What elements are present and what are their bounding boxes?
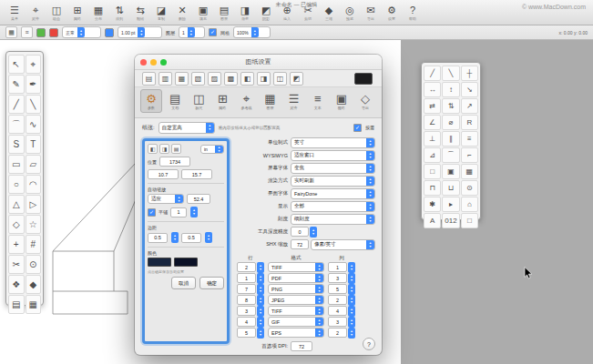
toolbar-button[interactable]: ☰ 菜单 [5, 5, 24, 21]
drawing-tool-button[interactable]: ❖ [8, 275, 25, 294]
grid-format-popup[interactable]: PDF [268, 273, 324, 283]
dimension-tool-button[interactable]: ∥ [442, 131, 459, 147]
grid-format-popup[interactable]: TIFF [268, 306, 324, 316]
toolbar-button[interactable]: ◩ 阴影 [257, 5, 275, 21]
toolbar-button[interactable]: ▦ 分布 [89, 5, 107, 21]
grid-right-field[interactable]: 3 [328, 317, 347, 327]
position-field[interactable]: 1734 [159, 157, 190, 167]
grid-format-popup[interactable]: EPS [268, 328, 324, 338]
drawing-tool-button[interactable]: △ [8, 195, 25, 214]
dimension-tool-button[interactable]: ↗ [461, 98, 478, 114]
dialog-tab[interactable]: ▤ 文档 [164, 89, 186, 113]
grid-left-field[interactable]: 7 [237, 284, 256, 294]
tool-depth-stepper[interactable] [310, 227, 317, 238]
shx-field[interactable]: 72 [291, 239, 309, 249]
style-popup[interactable]: 正常 [62, 26, 101, 38]
minitool-button[interactable]: ◩ [290, 72, 303, 86]
grid-left-stepper[interactable] [257, 306, 264, 317]
dialog-tab[interactable]: ◇ 导出 [354, 89, 376, 113]
margin-side-field[interactable]: 0.5 [181, 233, 201, 243]
dimension-tool-button[interactable]: ⊓ [424, 180, 441, 196]
grid-right-field[interactable]: 2 [328, 295, 347, 305]
drawing-tool-button[interactable]: ▦ [26, 295, 42, 314]
dimension-tool-button[interactable]: □ [461, 213, 478, 228]
drawing-tool-button[interactable]: ✂ [8, 255, 25, 274]
drawing-tool-button[interactable]: ◇ [8, 215, 25, 234]
fill-color-chip[interactable] [105, 28, 114, 37]
drawing-tool-button[interactable]: ▱ [26, 155, 42, 174]
dimension-tool-button[interactable]: □ [424, 164, 441, 179]
grid-right-stepper[interactable] [348, 306, 355, 317]
drawing-tool-button[interactable]: ╲ [26, 95, 42, 114]
height-field[interactable]: 15.7 [181, 169, 212, 179]
dimension-tool-button[interactable]: ⌀ [442, 115, 459, 130]
zoom-button[interactable] [160, 59, 167, 66]
minitool-button[interactable]: ◧ [240, 72, 254, 86]
inspector-preview-panel[interactable]: ◧ ◨ ▤ in 位置 1734 10.7 15.7 自动缩放 [142, 138, 230, 344]
drawing-tool-button[interactable]: ▭ [8, 155, 25, 174]
dialog-tab[interactable]: ⊞ 网格 [211, 89, 233, 113]
drawing-tool-button[interactable]: ○ [8, 175, 25, 194]
dialog-tab[interactable]: ▣ 栅格 [331, 89, 353, 113]
toolbar-button[interactable]: ⚙ 设置 [383, 5, 401, 21]
grid-right-stepper[interactable] [348, 262, 355, 273]
grid-right-stepper[interactable] [348, 273, 355, 284]
drawing-tool-button[interactable]: ╱ [8, 95, 25, 114]
grid-left-field[interactable]: 3 [237, 306, 256, 316]
cancel-button[interactable]: 取消 [171, 277, 196, 289]
drawing-tool-button[interactable]: ✒ [26, 75, 42, 94]
dpi-field[interactable]: 72 [291, 341, 312, 351]
dialog-tab[interactable]: ≡ 文本 [307, 89, 329, 113]
drawing-tool-button[interactable]: ⊙ [26, 255, 42, 274]
toolbar-button[interactable]: ▣ 填充 [194, 5, 212, 21]
dimension-tool-button[interactable]: ≡ [461, 131, 478, 147]
dimension-tool-button[interactable]: ⇅ [442, 98, 459, 114]
margin-side-stepper[interactable] [205, 232, 212, 243]
toolbar-button[interactable]: ▤ 图层 [215, 5, 233, 21]
grid-format-popup[interactable]: PNG [268, 284, 324, 294]
grid-format-popup[interactable]: JPEG [268, 295, 324, 305]
close-button[interactable] [140, 59, 147, 66]
minitool-button[interactable]: ▧ [191, 72, 205, 86]
grid-left-stepper[interactable] [257, 284, 264, 295]
grid-left-field[interactable]: 5 [237, 328, 256, 338]
tool-depth-field[interactable]: 0 [291, 227, 309, 237]
drawing-tool-button[interactable]: T [26, 135, 42, 154]
toolbar-button[interactable]: ? 帮助 [404, 5, 422, 21]
settings-popup[interactable]: FairyDone [291, 188, 375, 199]
grid-right-stepper[interactable] [348, 295, 355, 306]
toolbar-button[interactable]: ◨ 渐变 [236, 5, 254, 21]
grid-left-stepper[interactable] [257, 262, 264, 273]
paper-size-popup[interactable]: 自定宽高 [158, 122, 215, 134]
dimension-tool-button[interactable]: ⌐ [461, 147, 478, 163]
toolbar-button[interactable]: ◎ 预览 [341, 5, 359, 21]
grid-left-stepper[interactable] [257, 273, 264, 284]
minitool-button[interactable]: ▨ [208, 72, 221, 86]
toolbar-button[interactable]: ✕ 删除 [173, 5, 191, 21]
width-field[interactable]: 10.7 [148, 169, 179, 179]
grid-right-field[interactable]: 3 [328, 273, 347, 283]
warning-color-chip[interactable] [49, 28, 58, 37]
drawing-tool-button[interactable]: + [8, 235, 25, 254]
grid-right-field[interactable]: 1 [328, 262, 347, 272]
dimension-tool-button[interactable]: ▦ [461, 164, 478, 179]
dimension-tool-button[interactable]: R [461, 115, 478, 130]
minitool-button[interactable]: ▥ [158, 72, 172, 86]
grid-checkbox[interactable] [209, 28, 217, 36]
drawing-tool-button[interactable]: ▷ [26, 195, 42, 214]
dimension-tool-button[interactable]: ╲ [442, 66, 459, 81]
dimension-tool-button[interactable]: ╱ [424, 66, 441, 81]
preview-tool-icon[interactable]: ▤ [171, 144, 181, 154]
grid-left-field[interactable]: 2 [237, 262, 256, 272]
settings-popup[interactable]: 全部 [291, 201, 375, 212]
grid-right-stepper[interactable] [348, 328, 355, 339]
tile-checkbox[interactable] [148, 208, 156, 217]
drawing-tool-button[interactable]: ☆ [26, 215, 42, 234]
grid-format-popup[interactable]: TIFF [268, 262, 324, 272]
drawing-tool-button[interactable]: ↖ [8, 55, 25, 74]
minitool-button[interactable]: ▦ [175, 72, 189, 86]
toolbar-button[interactable]: ⇆ 翻转 [131, 5, 149, 21]
dimension-tool-button[interactable]: ┼ [461, 66, 478, 81]
drawing-tool-button[interactable]: ⌒ [8, 115, 25, 134]
drawing-tool-button[interactable]: # [26, 235, 42, 254]
